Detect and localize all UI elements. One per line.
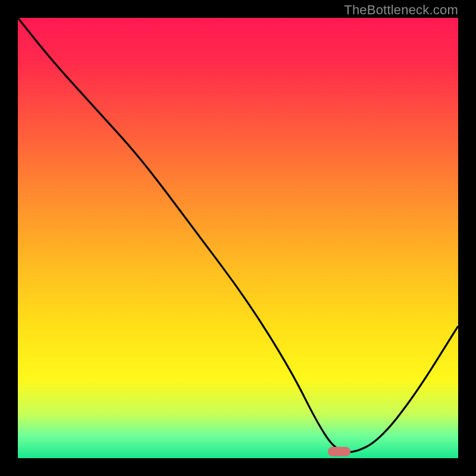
plot-area bbox=[18, 18, 458, 458]
optimal-marker bbox=[328, 447, 350, 456]
chart-frame: TheBottleneck.com bbox=[0, 0, 476, 476]
watermark-text: TheBottleneck.com bbox=[344, 2, 458, 18]
bottleneck-curve bbox=[18, 18, 458, 458]
